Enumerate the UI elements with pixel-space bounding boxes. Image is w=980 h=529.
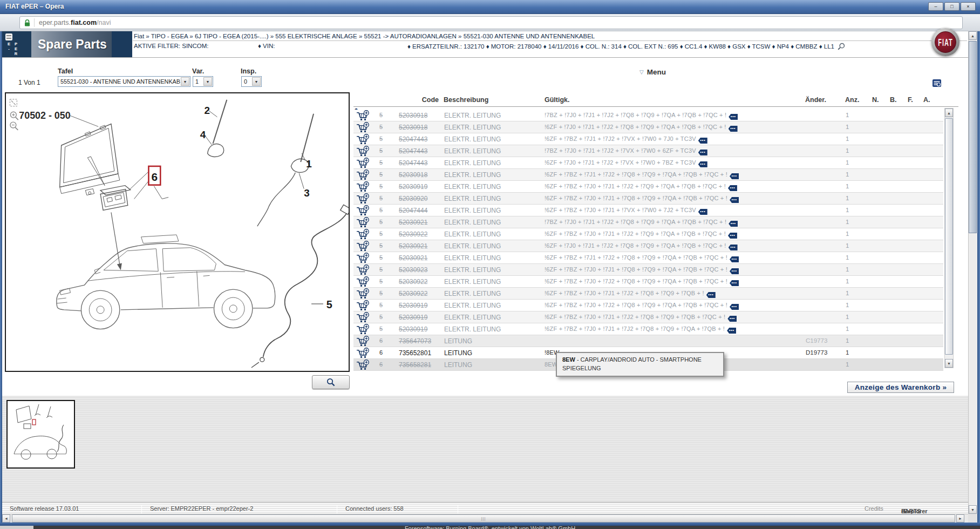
part-code[interactable]: 52047444 xyxy=(399,207,427,214)
table-row[interactable]: 552047443ELEKTR. LEITUNG!7BZ + !7J0 + !7… xyxy=(353,145,943,157)
callout-4[interactable]: 4 xyxy=(200,129,206,140)
table-row[interactable]: 552030923ELEKTR. LEITUNG!6ZF + !7BZ + !7… xyxy=(353,264,943,276)
column-anzahl[interactable]: Anz. xyxy=(845,96,859,104)
column-code[interactable]: Code xyxy=(397,96,439,104)
add-to-cart-button[interactable] xyxy=(356,324,370,335)
more-validity-icon[interactable]: ••• xyxy=(730,197,739,203)
table-row[interactable]: 552030918ELEKTR. LEITUNG!6ZF + !7J0 + !7… xyxy=(353,121,943,133)
part-code[interactable]: 52030919 xyxy=(399,314,427,321)
column-beschreibung[interactable]: Beschreibung xyxy=(444,96,488,104)
part-code[interactable]: 735658281 xyxy=(399,361,431,369)
part-code[interactable]: 52030922 xyxy=(399,278,427,286)
zoom-out-icon[interactable] xyxy=(10,122,18,130)
add-to-cart-button[interactable] xyxy=(356,122,370,133)
table-row[interactable]: 552030919ELEKTR. LEITUNG!6ZF + !7BZ + !7… xyxy=(353,311,943,323)
close-button[interactable]: × xyxy=(961,2,976,11)
browser-vertical-scrollbar[interactable]: ▲ ▼ xyxy=(968,31,977,514)
table-row[interactable]: 552030918ELEKTR. LEITUNG!6ZF + !7BZ + !7… xyxy=(353,169,943,181)
column-aenderung[interactable]: Änder. xyxy=(805,96,826,104)
tafel-select[interactable]: 55521-030 - ANTENNE UND ANTENNENKABEL▼ xyxy=(58,76,190,87)
table-row[interactable]: 552030921ELEKTR. LEITUNG!6ZF + !7BZ + !7… xyxy=(353,252,943,264)
part-code[interactable]: 52030923 xyxy=(399,266,427,274)
scroll-down-icon[interactable]: ▼ xyxy=(969,505,977,514)
browser-horizontal-scrollbar[interactable]: ◄ ||| ► xyxy=(2,514,968,523)
parts-diagram-panel[interactable]: 70502 - 050 6 xyxy=(5,92,350,372)
add-to-cart-button[interactable] xyxy=(356,134,370,145)
more-validity-icon[interactable]: ••• xyxy=(728,185,737,191)
scroll-left-icon[interactable]: ◄ xyxy=(2,514,10,523)
add-to-cart-button[interactable] xyxy=(356,241,370,252)
table-row[interactable]: 6735647073LEITUNGC197731 xyxy=(353,335,943,347)
horizontal-scrollbar-thumb[interactable]: ||| xyxy=(12,514,955,523)
callout-1[interactable]: 1 xyxy=(306,158,311,169)
add-to-cart-button[interactable] xyxy=(356,276,370,288)
more-validity-icon[interactable]: ••• xyxy=(698,138,707,144)
add-to-cart-button[interactable] xyxy=(356,169,370,181)
part-code[interactable]: 52047443 xyxy=(399,147,427,155)
more-validity-icon[interactable]: ••• xyxy=(729,126,738,132)
table-row[interactable]: 552030922ELEKTR. LEITUNG!6ZF + !7BZ + !7… xyxy=(353,228,943,240)
more-validity-icon[interactable]: ••• xyxy=(698,150,707,155)
table-scrollbar[interactable]: ▲ ▼ xyxy=(944,108,954,368)
table-row[interactable]: 552047444ELEKTR. LEITUNG!6ZF + !7BZ + !7… xyxy=(353,205,943,216)
more-validity-icon[interactable]: ••• xyxy=(727,316,737,322)
add-to-cart-button[interactable] xyxy=(356,229,370,240)
more-validity-icon[interactable]: ••• xyxy=(727,328,736,334)
table-row[interactable]: 552030921ELEKTR. LEITUNG!7BZ + !7J0 + !7… xyxy=(353,216,943,228)
minimize-button[interactable]: – xyxy=(928,2,943,11)
column-b[interactable]: B. xyxy=(890,96,897,104)
part-code[interactable]: 52030919 xyxy=(399,325,427,333)
column-n[interactable]: N. xyxy=(872,96,879,104)
callout-3[interactable]: 3 xyxy=(304,187,309,199)
filter-search-icon[interactable] xyxy=(838,43,845,50)
add-to-cart-button[interactable] xyxy=(356,253,370,264)
add-to-cart-button[interactable] xyxy=(356,205,370,216)
add-to-cart-button[interactable] xyxy=(356,336,370,347)
dropdown-arrow-icon[interactable]: ▼ xyxy=(181,77,189,86)
table-row[interactable]: 552030922ELEKTR. LEITUNG!6ZF + !7BZ + !7… xyxy=(353,276,943,288)
more-validity-icon[interactable]: ••• xyxy=(698,209,707,215)
part-code[interactable]: 52030919 xyxy=(399,183,427,191)
diagram-search-button[interactable] xyxy=(312,375,350,389)
scroll-up-icon[interactable]: ▲ xyxy=(969,31,977,40)
add-to-cart-button[interactable] xyxy=(356,146,370,157)
more-validity-icon[interactable]: ••• xyxy=(728,233,737,239)
add-to-cart-button[interactable] xyxy=(356,217,370,228)
table-row[interactable]: 552030920ELEKTR. LEITUNG!6ZF + !7BZ + !7… xyxy=(353,193,943,205)
add-to-cart-button[interactable] xyxy=(356,110,370,121)
more-validity-icon[interactable]: ••• xyxy=(706,292,716,298)
table-row[interactable]: 552030919ELEKTR. LEITUNG!6ZF + !7BZ + !7… xyxy=(353,181,943,193)
table-row[interactable]: 552030919ELEKTR. LEITUNG!6ZF + !7BZ + !7… xyxy=(353,300,943,311)
part-code[interactable]: 52030922 xyxy=(399,290,427,297)
add-to-cart-button[interactable] xyxy=(356,158,370,169)
table-row[interactable]: 552030922ELEKTR. LEITUNG!6ZF + !7BZ + !7… xyxy=(353,288,943,300)
part-code[interactable]: 52030922 xyxy=(399,230,427,238)
insp-select[interactable]: 0▼ xyxy=(241,76,262,87)
table-scrollbar-thumb[interactable] xyxy=(945,118,953,355)
add-to-cart-button[interactable] xyxy=(356,348,370,359)
callout-2[interactable]: 2 xyxy=(205,105,210,116)
maximize-button[interactable]: □ xyxy=(944,2,959,11)
add-to-cart-button[interactable] xyxy=(356,300,370,311)
part-code[interactable]: 52030920 xyxy=(399,195,427,202)
diagram-expand-icon[interactable] xyxy=(10,99,17,106)
more-validity-icon[interactable]: ••• xyxy=(729,245,738,250)
credits-link[interactable]: Credits xyxy=(865,505,883,512)
scroll-down-icon[interactable]: ▼ xyxy=(945,359,953,368)
more-validity-icon[interactable]: ••• xyxy=(730,268,739,274)
more-validity-icon[interactable]: ••• xyxy=(698,161,707,167)
browser-scrollbar-thumb[interactable] xyxy=(969,41,977,233)
part-code[interactable]: 52030921 xyxy=(399,254,427,262)
more-validity-icon[interactable]: ••• xyxy=(730,256,739,262)
table-row[interactable]: 552030918ELEKTR. LEITUNG!7BZ + !7J0 + !7… xyxy=(353,110,943,121)
dropdown-arrow-icon[interactable]: ▼ xyxy=(252,77,261,86)
add-to-cart-button[interactable] xyxy=(356,360,370,371)
diagram-thumbnail[interactable] xyxy=(6,400,75,469)
add-to-cart-button[interactable] xyxy=(356,288,370,300)
part-code[interactable]: 52030918 xyxy=(399,171,427,179)
callout-6[interactable]: 6 xyxy=(152,171,158,183)
part-code[interactable]: 735647073 xyxy=(399,337,431,345)
part-code[interactable]: 52047443 xyxy=(399,159,427,167)
more-validity-icon[interactable]: ••• xyxy=(730,173,739,179)
table-row[interactable]: 552047443ELEKTR. LEITUNG!6ZF + !7J0 + !7… xyxy=(353,157,943,169)
